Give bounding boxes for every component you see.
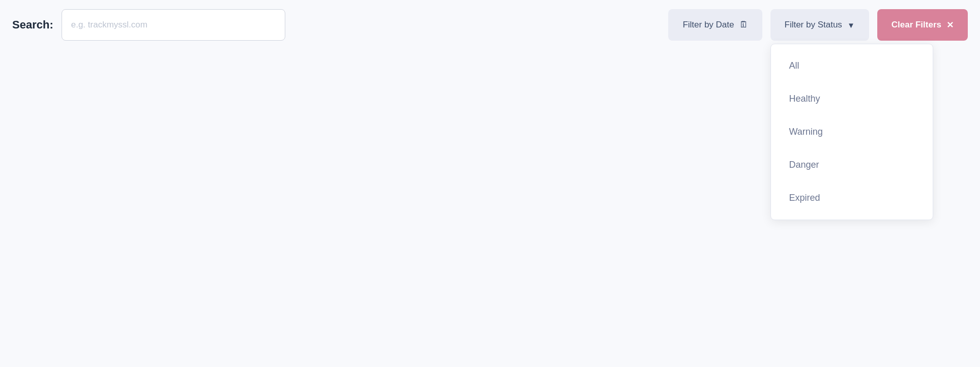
calendar-icon: 🗓 bbox=[739, 20, 748, 30]
filter-by-status-button[interactable]: Filter by Status ▼ bbox=[770, 9, 869, 41]
filter-by-status-dropdown: Filter by Status ▼ All Healthy Warning D… bbox=[770, 9, 869, 41]
status-option-warning[interactable]: Warning bbox=[771, 115, 933, 148]
filter-status-label: Filter by Status bbox=[785, 20, 842, 30]
status-option-danger[interactable]: Danger bbox=[771, 148, 933, 181]
status-dropdown-menu: All Healthy Warning Danger Expired bbox=[770, 44, 933, 220]
filter-date-label: Filter by Date bbox=[682, 20, 734, 30]
status-option-healthy[interactable]: Healthy bbox=[771, 82, 933, 115]
clear-filters-button[interactable]: Clear Filters ✕ bbox=[877, 9, 968, 41]
status-option-expired[interactable]: Expired bbox=[771, 181, 933, 215]
close-icon: ✕ bbox=[946, 20, 954, 30]
filter-icon: ▼ bbox=[847, 21, 855, 29]
search-label: Search: bbox=[12, 18, 53, 32]
search-input[interactable] bbox=[62, 9, 285, 41]
clear-filters-label: Clear Filters bbox=[892, 20, 941, 30]
filter-by-date-button[interactable]: Filter by Date 🗓 bbox=[668, 9, 762, 41]
toolbar: Search: Filter by Date 🗓 Filter by Statu… bbox=[0, 0, 980, 50]
status-option-all[interactable]: All bbox=[771, 49, 933, 82]
